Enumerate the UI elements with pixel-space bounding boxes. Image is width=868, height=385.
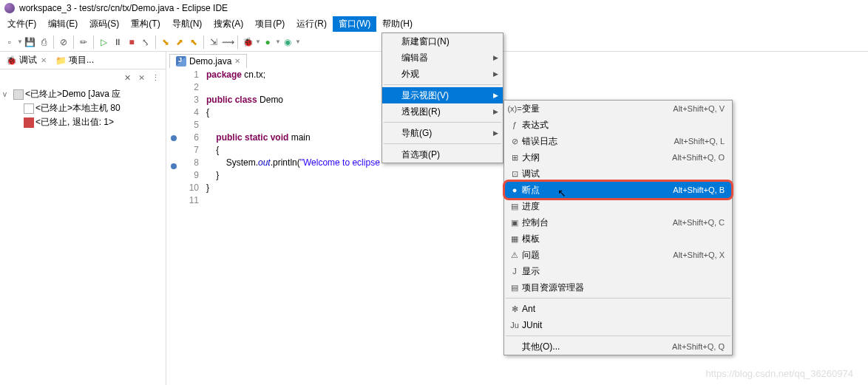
stop-icon[interactable]: ■ [125, 35, 138, 49]
stepfilter-icon[interactable]: ⟿ [221, 35, 234, 49]
close-icon[interactable]: ✕ [41, 56, 47, 64]
titlebar: workspace_3 - test/src/cn/tx/Demo.java -… [0, 0, 868, 16]
menu-item[interactable]: 帮助(H) [376, 16, 418, 32]
menu-icon[interactable]: ⋮ [149, 72, 161, 84]
submenu-item[interactable]: ▦模板 [504, 231, 732, 247]
menu-item[interactable]: 导航(G)▶ [382, 125, 503, 141]
line-numbers: 1234567891011 [181, 69, 203, 385]
menubar: 文件(F)编辑(E)源码(S)重构(T)导航(N)搜索(A)项目(P)运行(R)… [0, 16, 868, 33]
pause-icon[interactable]: ⏸ [111, 35, 124, 49]
remove-icon[interactable]: ✕ [121, 72, 133, 84]
menu-item[interactable]: 导航(N) [166, 16, 208, 32]
gutter [166, 69, 181, 385]
dropframe-icon[interactable]: ⇲ [207, 35, 220, 49]
skip-breakpoints-icon[interactable]: ⊘ [57, 35, 70, 49]
menu-item[interactable]: 显示视图(V)▶ [382, 87, 503, 103]
sidebar-toolbar: ✕ ⨯ ⋮ [0, 69, 166, 86]
tree-row[interactable]: <已终止, 退出值: 1> [3, 115, 163, 129]
bug-icon: 🐞 [6, 55, 17, 66]
window-title: workspace_3 - test/src/cn/tx/Demo.java -… [19, 3, 228, 13]
stepreturn-icon[interactable]: ⬉ [187, 35, 200, 49]
new-icon[interactable]: ▫ [3, 35, 16, 49]
removeall-icon[interactable]: ⨯ [135, 72, 147, 84]
submenu-item[interactable]: ▤进度 [504, 198, 732, 214]
menu-item[interactable]: 项目(P) [249, 16, 291, 32]
submenu-item[interactable]: 其他(O)...Alt+Shift+Q, Q [504, 338, 732, 355]
menu-item[interactable]: 首选项(P) [382, 146, 503, 163]
submenu-item[interactable]: (x)=变量Alt+Shift+Q, V [504, 100, 732, 117]
submenu-item[interactable]: ✻Ant [504, 301, 732, 317]
submenu-item[interactable]: ⊡调试 [504, 166, 732, 182]
menu-item[interactable]: 搜索(A) [208, 16, 249, 32]
close-icon[interactable]: ✕ [234, 57, 240, 65]
editor-tab-label: Demo.java [189, 56, 231, 67]
submenu-item[interactable]: ⚠问题Alt+Shift+Q, X [504, 247, 732, 263]
menu-item[interactable]: 运行(R) [291, 16, 333, 32]
resume-icon[interactable]: ▷ [97, 35, 110, 49]
submenu-item[interactable]: ▣控制台Alt+Shift+Q, C [504, 214, 732, 231]
debug-tree: v<已终止>Demo [Java 应<已终止>本地主机 80<已终止, 退出值:… [0, 86, 166, 131]
menu-item[interactable]: 透视图(R)▶ [382, 103, 503, 120]
menu-item[interactable]: 重构(T) [125, 16, 166, 32]
submenu-item[interactable]: ●断点Alt+Shift+Q, B [504, 182, 732, 198]
submenu-item[interactable]: ▤项目资源管理器 [504, 279, 732, 296]
save-icon[interactable]: 💾 [23, 35, 36, 49]
tab-project[interactable]: 📁项目... [51, 52, 98, 68]
menu-item[interactable]: 新建窗口(N) [382, 33, 503, 50]
debug-icon[interactable]: 🐞 [241, 35, 254, 49]
showview-submenu: (x)=变量Alt+Shift+Q, Vƒ表达式⊘错误日志Alt+Shift+Q… [503, 100, 733, 355]
highlight-icon[interactable]: ✏ [77, 35, 90, 49]
menu-item[interactable]: 窗口(W) [333, 16, 376, 32]
stepinto-icon[interactable]: ⬊ [159, 35, 172, 49]
tab-debug[interactable]: 🐞调试✕ [1, 52, 51, 68]
tree-row[interactable]: v<已终止>Demo [Java 应 [3, 87, 163, 101]
editor-tabs: Demo.java ✕ [166, 52, 868, 69]
stepover-icon[interactable]: ⬈ [173, 35, 186, 49]
sidebar: 🐞调试✕ 📁项目... ✕ ⨯ ⋮ v<已终止>Demo [Java 应<已终止… [0, 52, 166, 385]
coverage-icon[interactable]: ◉ [281, 35, 294, 49]
java-file-icon [176, 56, 186, 67]
menu-item[interactable]: 编辑器▶ [382, 50, 503, 66]
submenu-item[interactable]: ⊞大纲Alt+Shift+Q, O [504, 149, 732, 166]
submenu-item[interactable]: ⊘错误日志Alt+Shift+Q, L [504, 133, 732, 149]
disconnect-icon[interactable]: ⤣ [139, 35, 152, 49]
run-icon[interactable]: ● [261, 35, 274, 49]
submenu-item[interactable]: JuJUnit [504, 317, 732, 333]
menu-item[interactable]: 编辑(E) [42, 16, 84, 32]
editor-tab-demo[interactable]: Demo.java ✕ [169, 54, 247, 68]
submenu-item[interactable]: ƒ表达式 [504, 117, 732, 133]
sidebar-tabs: 🐞调试✕ 📁项目... [0, 52, 166, 69]
submenu-item[interactable]: J显示 [504, 263, 732, 279]
menu-item[interactable]: 源码(S) [84, 16, 125, 32]
tree-row[interactable]: <已终止>本地主机 80 [3, 101, 163, 115]
menu-item[interactable]: 外观▶ [382, 66, 503, 82]
window-menu-popup: 新建窗口(N)编辑器▶外观▶显示视图(V)▶透视图(R)▶导航(G)▶首选项(P… [382, 33, 503, 163]
saveall-icon[interactable]: ⎙ [37, 35, 50, 49]
folder-icon: 📁 [55, 55, 67, 66]
eclipse-logo-icon [4, 3, 15, 13]
menu-item[interactable]: 文件(F) [1, 16, 42, 32]
